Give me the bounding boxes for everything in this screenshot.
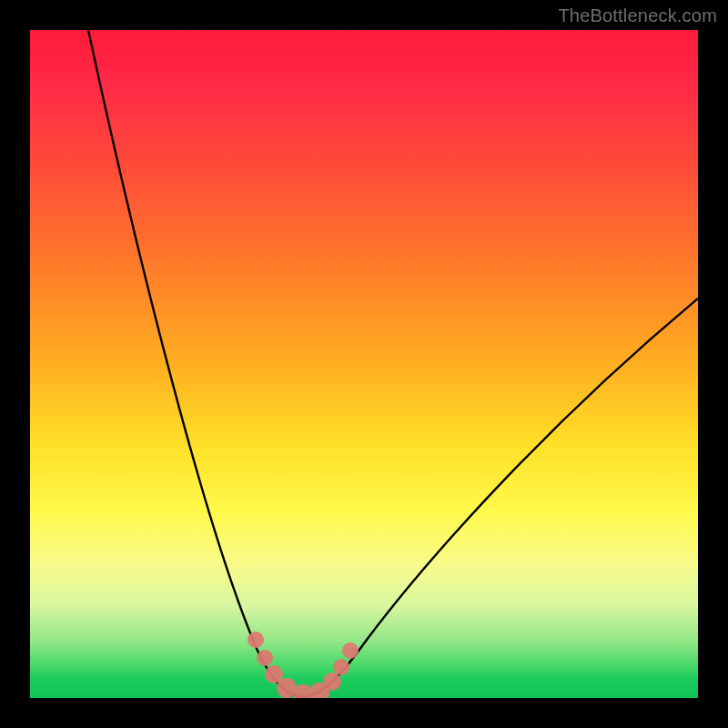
- curves-svg: [30, 30, 698, 698]
- marker-dot: [342, 642, 359, 659]
- watermark-text: TheBottleneck.com: [558, 5, 717, 26]
- marker-dot: [323, 672, 341, 691]
- marker-dot: [333, 659, 349, 675]
- curve-right: [303, 298, 698, 697]
- marker-dot: [257, 650, 273, 666]
- valley-markers: [248, 632, 359, 698]
- marker-dot: [248, 632, 264, 648]
- curve-left: [88, 30, 303, 697]
- chart-frame: TheBottleneck.com: [0, 0, 728, 728]
- plot-area: [30, 30, 698, 698]
